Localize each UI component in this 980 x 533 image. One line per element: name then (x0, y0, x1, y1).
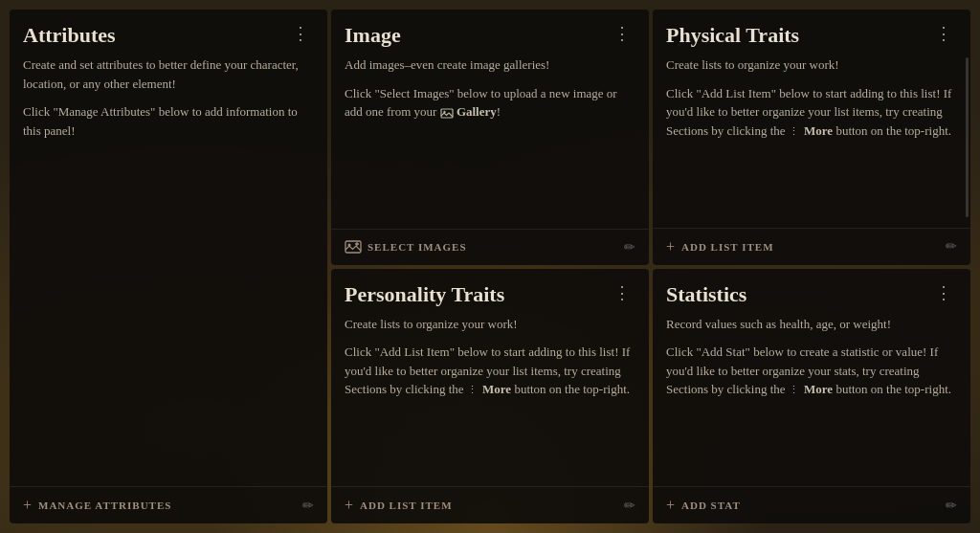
card-image-text1: Add images–even create image galleries! (345, 56, 635, 75)
card-attributes-header: Attributes ⋮ (10, 10, 327, 56)
select-images-button[interactable]: SELECT IMAGES (345, 240, 467, 254)
add-list-item-physical-label: ADD LIST ITEM (681, 241, 774, 253)
card-statistics-footer: + ADD STAT ✏ (653, 486, 970, 523)
manage-attributes-label: MANAGE ATTRIBUTES (38, 500, 171, 511)
card-physical-traits-menu[interactable]: ⋮ (931, 23, 957, 44)
edit-icon[interactable]: ✏ (624, 239, 635, 255)
plus-icon: + (666, 497, 676, 514)
card-physical-traits-footer: + ADD LIST ITEM ✏ (653, 228, 970, 265)
card-personality-traits-menu[interactable]: ⋮ (610, 282, 635, 303)
card-personality-traits-text2: Click "Add List Item" below to start add… (345, 343, 635, 399)
card-physical-traits-text2: Click "Add List Item" below to start add… (666, 84, 957, 141)
card-physical-traits-body: Create lists to organize your work! Clic… (653, 56, 970, 227)
add-stat-label: ADD STAT (681, 500, 741, 511)
dashboard-grid: Attributes ⋮ Create and set attributes t… (0, 0, 980, 533)
card-statistics-text1: Record values such as health, age, or we… (666, 315, 957, 334)
card-personality-traits-title: Personality Traits (345, 282, 504, 307)
card-image: Image ⋮ Add images–even create image gal… (331, 10, 649, 265)
add-list-item-personality-label: ADD LIST ITEM (360, 500, 453, 511)
add-stat-button[interactable]: + ADD STAT (666, 497, 741, 514)
edit-icon[interactable]: ✏ (624, 498, 635, 514)
card-personality-traits-footer: + ADD LIST ITEM ✏ (331, 486, 649, 523)
card-statistics: Statistics ⋮ Record values such as healt… (653, 269, 970, 524)
card-personality-traits-body: Create lists to organize your work! Clic… (331, 315, 649, 486)
edit-icon[interactable]: ✏ (946, 238, 957, 255)
card-personality-traits: Personality Traits ⋮ Create lists to org… (331, 269, 649, 524)
card-personality-traits-text1: Create lists to organize your work! (345, 315, 635, 334)
plus-icon: + (666, 238, 676, 255)
card-attributes-menu[interactable]: ⋮ (288, 23, 314, 44)
more-dots-inline: ⋮ (467, 382, 479, 398)
plus-icon: + (345, 497, 354, 514)
card-image-header: Image ⋮ (331, 10, 649, 56)
card-physical-traits-text1: Create lists to organize your work! (666, 56, 957, 75)
gallery-icon (440, 108, 454, 119)
card-attributes-text1: Create and set attributes to better defi… (23, 56, 314, 93)
card-attributes-body: Create and set attributes to better defi… (10, 56, 327, 486)
card-physical-traits-title: Physical Traits (666, 23, 799, 48)
gallery-label: Gallery (457, 104, 497, 119)
scrollbar (966, 57, 969, 217)
manage-attributes-button[interactable]: + MANAGE ATTRIBUTES (23, 497, 171, 514)
more-label: More (482, 382, 511, 396)
more-label: More (804, 382, 833, 396)
add-list-item-physical-button[interactable]: + ADD LIST ITEM (666, 238, 774, 255)
select-images-label: SELECT IMAGES (368, 241, 467, 253)
card-attributes: Attributes ⋮ Create and set attributes t… (10, 10, 327, 523)
card-statistics-header: Statistics ⋮ (653, 269, 970, 315)
card-image-footer: SELECT IMAGES ✏ (331, 229, 649, 265)
card-personality-traits-header: Personality Traits ⋮ (331, 269, 649, 315)
add-list-item-personality-button[interactable]: + ADD LIST ITEM (345, 497, 453, 514)
card-statistics-menu[interactable]: ⋮ (931, 282, 957, 303)
card-image-title: Image (345, 23, 401, 48)
edit-icon[interactable]: ✏ (302, 498, 314, 514)
more-dots-inline: ⋮ (789, 382, 801, 398)
more-dots-inline: ⋮ (789, 123, 801, 140)
card-image-text2: Click "Select Images" below to upload a … (345, 84, 635, 122)
card-statistics-title: Statistics (666, 282, 746, 307)
card-image-menu[interactable]: ⋮ (610, 23, 635, 44)
plus-icon: + (23, 497, 33, 514)
card-physical-traits: Physical Traits ⋮ Create lists to organi… (653, 10, 970, 265)
card-statistics-body: Record values such as health, age, or we… (653, 315, 970, 486)
card-attributes-title: Attributes (23, 23, 116, 48)
card-attributes-footer: + MANAGE ATTRIBUTES ✏ (10, 486, 327, 523)
select-images-icon (345, 240, 362, 254)
card-physical-traits-header: Physical Traits ⋮ (653, 10, 970, 56)
edit-icon[interactable]: ✏ (946, 498, 957, 514)
more-label: More (804, 123, 833, 138)
card-image-body: Add images–even create image galleries! … (331, 56, 649, 228)
card-statistics-text2: Click "Add Stat" below to create a stati… (666, 343, 957, 399)
card-attributes-text2: Click "Manage Attributes" below to add i… (23, 102, 314, 140)
